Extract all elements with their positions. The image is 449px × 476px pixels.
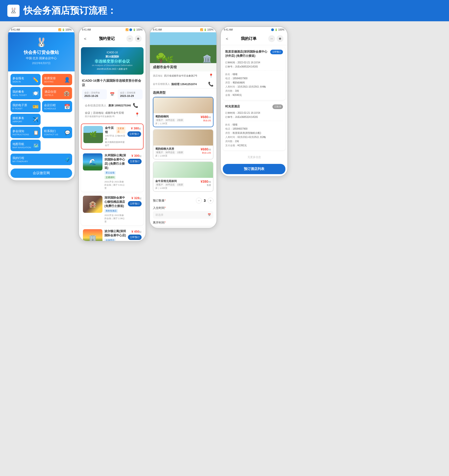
checkin-label: 入住时间* bbox=[153, 206, 213, 210]
airport-icon: ✈️ bbox=[33, 117, 39, 123]
status-bar-3: 9:41 AM 📶 🔋 100% bbox=[150, 27, 216, 32]
map-icon: 🗺️ bbox=[33, 143, 39, 148]
order-status-1[interactable]: 立即预订 bbox=[270, 50, 283, 54]
checkin-input[interactable]: 请选择 📅 bbox=[153, 211, 213, 219]
eticket-icon: 🎫 bbox=[33, 104, 39, 110]
hotel-item-1[interactable]: 🌿 金牛宾馆 五星酒店 1957开业 占地630亩床 最大规模的园林和宴会厅 ¥… bbox=[81, 124, 144, 149]
end-date-item: 会议｜活动结束 2023-10-29 bbox=[118, 89, 143, 99]
conf-info-section: ICADD-16第十六届国际非连续变形分析会议 会议｜活动开始 2023-10-… bbox=[79, 77, 146, 122]
sign-in-icon: ✏️ bbox=[33, 77, 39, 83]
quantity-value: 3 bbox=[204, 199, 206, 203]
phone-hotel-detail: 9:41 AM 📶 🔋 100% 🌳 🌿 🏛️ 成都市金牛宾馆 酒店地址 四川省… bbox=[149, 26, 217, 229]
btn-hotel[interactable]: 酒店住宿 HOTELS 🏨 bbox=[42, 87, 72, 99]
phone-call-icon[interactable]: 📞 bbox=[133, 103, 138, 108]
status-bar-4: 9:41 AM 🔵 🔋 100% bbox=[221, 27, 287, 32]
no-more-text: 无更多信息 bbox=[221, 152, 287, 162]
order-item-2: 时光里酒店 已取消 订单时间：2022-02-21 16:10:54 订单号：J… bbox=[223, 102, 285, 151]
btn-eticket[interactable]: 我的电子票 E-TICKET 🎫 bbox=[11, 101, 41, 112]
contact-icon: 💬 bbox=[65, 130, 70, 135]
book-btn-3[interactable]: 立即预订 bbox=[128, 201, 142, 206]
btn-instructions[interactable]: 参会须知 INSTRUCTIONS 📋 bbox=[11, 127, 41, 138]
btn-itinerary[interactable]: 我的行程 MY ITINERARY 🧳 bbox=[11, 154, 72, 165]
book-btn-1[interactable]: 立即预订 bbox=[127, 131, 141, 137]
app-menu-grid: 参会报名 SIGN IN ✏️ 坐席安排 SEATING 👤 我的餐务 MEAL… bbox=[8, 71, 75, 154]
book-btn-4[interactable]: 立即预订 bbox=[128, 235, 142, 240]
date-range-icon: 📅 bbox=[110, 89, 115, 99]
calendar-icon: 📅 bbox=[208, 213, 211, 216]
btn-seating[interactable]: 坐席安排 SEATING 👤 bbox=[42, 74, 72, 85]
hotel-img-1: 🌿 bbox=[83, 126, 103, 143]
order-item-1: 凯里亚德酒店(深圳国际会展中心沙井店) (免费巴士接送) 立即预订 订单时间：2… bbox=[223, 47, 285, 100]
more-icon[interactable]: ··· bbox=[126, 35, 133, 42]
orders-back-btn[interactable]: ＜ bbox=[225, 36, 229, 42]
back-button[interactable]: ＜ bbox=[83, 36, 87, 42]
placeholder2 bbox=[42, 140, 72, 151]
order-status-2[interactable]: 已取消 bbox=[272, 104, 283, 109]
instructions-icon: 📋 bbox=[33, 130, 39, 135]
btn-contact[interactable]: 联系我们 CONTACT US 💬 bbox=[42, 127, 72, 138]
page-title-2: 预约登记 bbox=[89, 36, 124, 41]
increment-btn[interactable]: + bbox=[208, 198, 213, 204]
hotel-item-2[interactable]: 🌊 水岸国际公寓(深圳国际会展中心店) (免费巴士接送) 星云会场 交通便利 2… bbox=[81, 151, 144, 192]
seating-icon: 👤 bbox=[64, 77, 70, 83]
room-card-3[interactable]: 金牛宾馆北苑标间 有客户 30平左右 1张床 床｜1.8米宽 ¥380/间 售罄 bbox=[153, 161, 213, 192]
meal-icon: 🍽️ bbox=[33, 90, 39, 96]
room-img-2 bbox=[153, 130, 213, 146]
website-btn[interactable]: 会议微官网 bbox=[11, 169, 72, 178]
checkout-input[interactable]: 请选择 📅 bbox=[153, 226, 213, 228]
btn-schedule[interactable]: 会议日程 SCHEDULE 📅 bbox=[42, 101, 72, 112]
hotel-item-4[interactable]: 🏢 波尔顿公寓(深圳国际会展中心店) 会场旁边 交通便利 2020开业 2020… bbox=[81, 227, 144, 241]
orders-nav-header: ＜ 我的订单 ··· ⊕ bbox=[221, 32, 287, 45]
hotel-detail-hero: 🌳 🌿 🏛️ 成都市金牛宾馆 bbox=[150, 32, 216, 71]
call-icon[interactable]: 📞 bbox=[208, 81, 213, 87]
hotel-contact: 金牛宾馆联系人 陈经理 13541251074 📞 bbox=[150, 80, 216, 89]
conference-banner: ICADD-16 第16届国际 非连续变形分析会议 on Analysis of… bbox=[81, 47, 144, 75]
btn-meal[interactable]: 我的餐务 MEAL TICKET 🍽️ bbox=[11, 87, 41, 99]
orders-page-title: 我的订单 bbox=[231, 36, 266, 41]
phone2-nav-header: ＜ 预约登记 ··· ⊕ bbox=[79, 32, 146, 45]
hotel-img-2: 🌊 bbox=[83, 153, 102, 170]
hotel-icon: 🏨 bbox=[64, 90, 70, 96]
room-card-2[interactable]: 蜀韵棕榈大床房 有客户 30平左右 1张床 床｜1.8米宽 ¥680/间 剩余1… bbox=[153, 129, 213, 159]
hotel-img-4: 🏢 bbox=[83, 229, 102, 241]
book-btn-2[interactable]: 五星预订 bbox=[128, 159, 142, 164]
orders-settings-icon[interactable]: ⊕ bbox=[277, 35, 283, 42]
btn-map[interactable]: 地图导航 MAP NAVIGATION 🗺️ bbox=[11, 140, 41, 151]
placeholder bbox=[42, 114, 72, 125]
quantity-stepper[interactable]: − 3 + bbox=[196, 198, 213, 204]
room-img-1 bbox=[153, 97, 213, 113]
itinerary-icon: 🧳 bbox=[65, 157, 70, 162]
main-content: 9:41 AM 📶 🔋 100% 🐰 快会务订货会微站 中国·北京·国家会议中心… bbox=[0, 21, 449, 247]
phone-app-home: 9:41 AM 📶 🔋 100% 🐰 快会务订货会微站 中国·北京·国家会议中心… bbox=[7, 26, 75, 181]
room-card-1[interactable]: 蜀韵棕榈间 有客户 30平左右 2张床 床｜1.2米宽 ¥680/间 剩余2间 bbox=[153, 97, 213, 127]
hotel-item-3[interactable]: 🏨 深圳国际会展中心馥悦精品酒店(免费巴士接送) 商务型酒店 2022开业 20… bbox=[81, 194, 144, 225]
phone-my-orders: 9:41 AM 🔵 🔋 100% ＜ 我的订单 ··· ⊕ 凯里亚德酒店(深圳国… bbox=[220, 26, 288, 177]
orders-menu-icon[interactable]: ··· bbox=[268, 35, 275, 42]
app-hero-title: 快会务订货会微站 bbox=[12, 49, 71, 55]
start-date-item: 会议｜活动开始 2023-10-26 bbox=[82, 89, 107, 99]
navigate-icon[interactable]: 📍 bbox=[209, 73, 213, 78]
schedule-icon: 📅 bbox=[64, 104, 70, 110]
header-logo: 🐰 bbox=[7, 5, 20, 17]
conf-location-row: 会议｜活动地址: 成都市金牛宾馆 四川省成都市金牛区金象路2号 📍 bbox=[82, 110, 143, 120]
location-icon[interactable]: 📍 bbox=[135, 112, 140, 117]
booking-form: 预订数量* − 3 + 入住时间* 请选择 📅 离开时间* 请选择 📅 bbox=[150, 196, 216, 228]
header-title: 快会务酒店预订流程： bbox=[23, 4, 116, 17]
book-hotel-list-btn[interactable]: 预订酒店列表 bbox=[223, 164, 285, 174]
hotel-address: 酒店地址 四川省成都市金牛区金象路2号 📍 bbox=[150, 71, 216, 80]
app-hero-date: 2022年8月07日 bbox=[12, 61, 71, 65]
quantity-row: 预订数量* − 3 + bbox=[153, 198, 213, 204]
btn-sign-in[interactable]: 参会报名 SIGN IN ✏️ bbox=[11, 74, 41, 85]
checkout-label: 离开时间* bbox=[153, 221, 213, 225]
hotel-list: 🌿 金牛宾馆 五星酒店 1957开业 占地630亩床 最大规模的园林和宴会厅 ¥… bbox=[79, 122, 146, 241]
app-hero: 🐰 快会务订货会微站 中国·北京·国家会议中心 2022年8月07日 bbox=[8, 32, 75, 71]
status-bar-1: 9:41 AM 📶 🔋 100% bbox=[8, 27, 75, 32]
add-icon[interactable]: ⊕ bbox=[135, 35, 142, 42]
phone-hotel-list: 9:41 AM 📶 🔵 🔋 100% ＜ 预约登记 ··· ⊕ ICADD-16… bbox=[78, 26, 146, 242]
header: 🐰 快会务酒店预订流程： bbox=[0, 0, 449, 21]
app-hero-sub: 中国·北京·国家会议中心 bbox=[12, 56, 71, 60]
status-bar-2: 9:41 AM 📶 🔵 🔋 100% bbox=[79, 27, 146, 32]
btn-airport[interactable]: 接机事务 AIRPORT ✈️ bbox=[11, 114, 41, 125]
conf-contact-row: 会务组酒店联系人 唐涛 18982275346 📞 bbox=[82, 101, 143, 110]
decrement-btn[interactable]: − bbox=[196, 198, 202, 204]
